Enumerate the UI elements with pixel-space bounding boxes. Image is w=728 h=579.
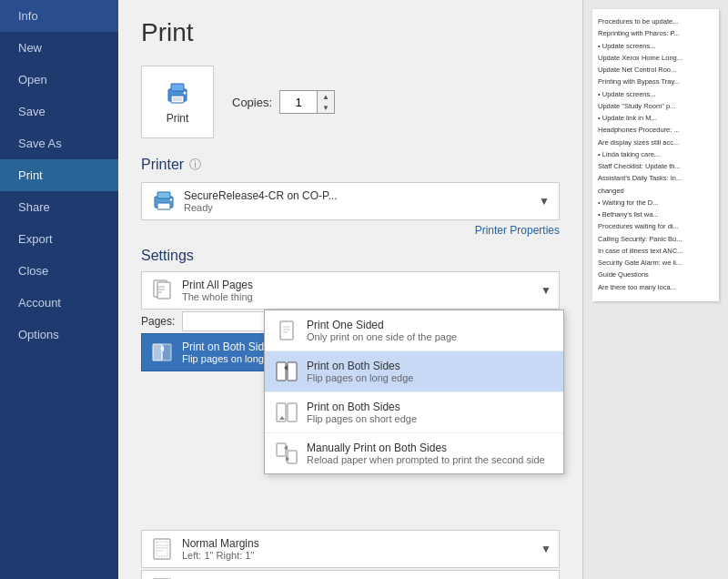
print-button-label: Print [167, 112, 189, 125]
copies-spinners: ▲ ▼ [317, 91, 334, 113]
svg-rect-1 [171, 84, 184, 91]
sidebar-item-open[interactable]: Open [0, 64, 118, 96]
sidebar-item-account[interactable]: Account [0, 287, 118, 319]
setting-row-pages-per-sheet[interactable]: 1 Page Per Sheet ▼ [141, 570, 560, 579]
printer-icon [163, 79, 192, 108]
copies-decrement[interactable]: ▼ [318, 102, 334, 113]
svg-point-3 [184, 92, 187, 95]
one-sided-sub: Only print on one side of the page [307, 331, 554, 342]
normal-margins-arrow: ▼ [541, 543, 551, 555]
svg-rect-25 [277, 443, 286, 456]
svg-rect-11 [157, 282, 170, 299]
printer-info: SecureRelease4-CR on CO-P... Ready [184, 189, 539, 213]
page-title: Print [141, 18, 560, 47]
both-sides-active-icon [149, 340, 175, 365]
manually-both-sub: Reload paper when prompted to print the … [307, 454, 554, 465]
dropdown-item-manually-both[interactable]: Manually Print on Both Sides Reload pape… [265, 433, 563, 473]
printer-dropdown-arrow: ▼ [539, 195, 550, 208]
svg-rect-8 [157, 203, 170, 209]
dropdown-item-both-sides-short[interactable]: Print on Both Sides Flip pages on short … [265, 392, 563, 433]
preview-line: Update Net Control Roo... [598, 65, 713, 75]
preview-line: Update "Study Room" p... [598, 101, 713, 111]
preview-page: Procedures to be update...Reprinting wit… [592, 9, 719, 301]
manually-both-main: Manually Print on Both Sides [307, 442, 554, 454]
both-sides-long-icon [274, 359, 299, 384]
svg-rect-17 [280, 321, 293, 340]
preview-line: changed [598, 186, 713, 196]
preview-line: Are there too many loca... [598, 282, 713, 292]
sidebar-item-share[interactable]: Share [0, 191, 118, 223]
sidebar-item-options[interactable]: Options [0, 319, 118, 350]
sidebar-item-save[interactable]: Save [0, 96, 118, 127]
print-button[interactable]: Print [141, 66, 214, 138]
dropdown-item-one-sided[interactable]: Print One Sided Only print on one side o… [265, 310, 563, 351]
preview-line: In case of illness text ANC... [598, 246, 713, 256]
print-button-area: Print Copies: 1 ▲ ▼ [141, 66, 560, 138]
normal-margins-text: Normal Margins Left: 1" Right: 1" [182, 537, 541, 561]
printer-properties-link[interactable]: Printer Properties [141, 224, 560, 237]
copies-label: Copies: [232, 96, 272, 109]
preview-line: • Bethany's list wa... [598, 209, 713, 219]
manually-both-text: Manually Print on Both Sides Reload pape… [307, 442, 554, 465]
sidebar-item-close[interactable]: Close [0, 255, 118, 287]
printer-device-icon [151, 188, 177, 214]
preview-line: Printing with Bypass Tray... [598, 76, 713, 86]
both-sides-long-main: Print on Both Sides [307, 360, 554, 372]
duplex-dropdown-popup: Print One Sided Only print on one side o… [264, 310, 564, 474]
printer-section-title: Printer ⓘ [141, 157, 560, 173]
svg-rect-26 [288, 451, 297, 463]
both-sides-long-sub: Flip pages on long edge [307, 372, 554, 383]
preview-line: Headphones Procedure: ... [598, 125, 713, 135]
svg-rect-22 [288, 362, 297, 381]
svg-point-9 [170, 198, 172, 200]
copies-area: Copies: 1 ▲ ▼ [232, 90, 335, 114]
dropdown-item-both-sides-long[interactable]: Print on Both Sides Flip pages on long e… [265, 351, 563, 392]
svg-rect-21 [277, 362, 286, 381]
preview-line: Guide Questions [598, 269, 713, 279]
preview-line: • Update link in M... [598, 113, 713, 123]
both-sides-short-text: Print on Both Sides Flip pages on short … [307, 401, 554, 424]
sidebar-item-new[interactable]: New [0, 32, 118, 64]
svg-rect-24 [288, 403, 297, 422]
copies-input[interactable]: 1 [280, 94, 317, 111]
both-sides-short-sub: Flip pages on short edge [307, 413, 554, 424]
manually-both-icon [274, 441, 299, 466]
normal-margins-icon [149, 536, 175, 562]
printer-select-row[interactable]: SecureRelease4-CR on CO-P... Ready ▼ [141, 182, 560, 220]
normal-margins-sub: Left: 1" Right: 1" [182, 550, 541, 561]
both-sides-short-main: Print on Both Sides [307, 401, 554, 413]
sidebar-item-save-as[interactable]: Save As [0, 127, 118, 159]
sidebar: Info New Open Save Save As Print Share E… [0, 0, 118, 579]
preview-line: Are display sizes still acc... [598, 137, 713, 147]
sidebar-item-info[interactable]: Info [0, 0, 118, 32]
preview-line: Procedures waiting for di... [598, 221, 713, 231]
preview-line: Calling Security: Panic Bu... [598, 234, 713, 244]
main-content: Print Print Copies: 1 ▲ ▼ [118, 0, 582, 579]
preview-line: Assistant's Daily Tasks: In... [598, 173, 713, 183]
setting-row-normal-margins[interactable]: Normal Margins Left: 1" Right: 1" ▼ [141, 530, 560, 568]
svg-rect-2 [171, 96, 184, 103]
setting-row-print-all-pages[interactable]: Print All Pages The whole thing ▼ [141, 271, 560, 310]
print-all-pages-text: Print All Pages The whole thing [182, 279, 541, 302]
sidebar-item-print[interactable]: Print [0, 159, 118, 191]
one-sided-text: Print One Sided Only print on one side o… [307, 319, 554, 342]
svg-rect-7 [157, 192, 170, 198]
normal-margins-main: Normal Margins [182, 537, 541, 550]
settings-title: Settings [141, 248, 560, 264]
print-all-pages-icon [149, 278, 175, 303]
preview-line: • Update screens... [598, 89, 713, 99]
preview-line: Security Gate Alarm: we li... [598, 258, 713, 268]
both-sides-long-text: Print on Both Sides Flip pages on long e… [307, 360, 554, 383]
print-all-pages-arrow: ▼ [541, 284, 551, 297]
print-all-pages-sub: The whole thing [182, 291, 541, 302]
one-sided-icon [274, 318, 299, 343]
preview-line: Reprinting with Pharos: P... [598, 28, 713, 38]
preview-line: • Linda taking care... [598, 149, 713, 159]
printer-status: Ready [184, 202, 539, 213]
preview-line: • Update screens... [598, 41, 713, 51]
one-sided-main: Print One Sided [307, 319, 554, 331]
preview-line: Procedures to be update... [598, 16, 713, 26]
sidebar-item-export[interactable]: Export [0, 223, 118, 255]
copies-increment[interactable]: ▲ [318, 91, 334, 102]
printer-info-icon[interactable]: ⓘ [189, 157, 201, 173]
